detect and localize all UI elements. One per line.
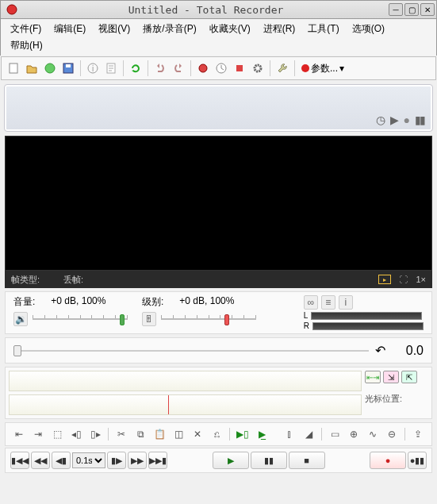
- volume-label: 音量:: [13, 295, 35, 309]
- svg-point-11: [255, 65, 261, 71]
- zoom-in-wave-button[interactable]: ⇲: [383, 371, 399, 383]
- right-channel-label: R: [304, 321, 309, 330]
- maximize-button[interactable]: ▢: [404, 3, 419, 16]
- skip-start-button[interactable]: ▮◀◀: [10, 452, 29, 469]
- step-select[interactable]: 0.1s: [72, 452, 105, 468]
- next-button[interactable]: ▶▶: [128, 452, 147, 469]
- gain-up-button[interactable]: ⊕: [345, 426, 362, 442]
- edit-toolbar: ⇤ ⇥ ⬚ ◂▯ ▯▸ ✂ ⧉ 📋 ◫ ✕ ⎌ ▶▯ ▶̲ ⫿ ◢ ▭ ⊕ ∿ …: [5, 422, 432, 446]
- play-selection-button[interactable]: ▶▯: [234, 426, 251, 442]
- mark-end-button[interactable]: ⇥: [29, 426, 47, 442]
- sel-left-button[interactable]: ◂▯: [67, 426, 85, 442]
- settings-gear-button[interactable]: [249, 60, 266, 77]
- menu-options[interactable]: 选项(O): [346, 21, 391, 37]
- pause-icon[interactable]: ▮▮: [415, 113, 424, 126]
- play-button[interactable]: ▶: [213, 452, 249, 469]
- mark-start-button[interactable]: ⇤: [10, 426, 28, 442]
- minimize-button[interactable]: ─: [389, 3, 403, 16]
- undo-button[interactable]: [151, 60, 169, 77]
- params-label: 参数...: [311, 62, 338, 75]
- titlebar: Untitled - Total Recorder ─ ▢ ✕: [0, 0, 437, 19]
- new-button[interactable]: [5, 60, 22, 77]
- waveform-lower[interactable]: [9, 394, 362, 415]
- crop-button[interactable]: ◫: [170, 426, 187, 442]
- link-channels-icon[interactable]: ∞: [304, 295, 318, 310]
- export-button[interactable]: ⇪: [409, 426, 427, 442]
- refresh-button[interactable]: [127, 60, 144, 77]
- effect-button[interactable]: ∿: [364, 426, 381, 442]
- record-pause-button[interactable]: ●▮▮: [408, 452, 427, 469]
- split-button[interactable]: ⎌: [208, 426, 225, 442]
- pause-button[interactable]: ▮▮: [251, 452, 287, 469]
- menu-tools[interactable]: 工具(T): [301, 21, 345, 37]
- close-button[interactable]: ✕: [420, 3, 435, 16]
- left-meter: [311, 312, 422, 320]
- info-button[interactable]: i: [84, 60, 102, 77]
- skip-end-button[interactable]: ▶▶▮: [148, 452, 167, 469]
- position-slider[interactable]: [13, 345, 369, 356]
- zoom-sel-button[interactable]: ⇤⇥: [365, 371, 381, 383]
- record-source-button[interactable]: [194, 60, 212, 77]
- play-icon[interactable]: ▶: [390, 113, 399, 126]
- normalize-button[interactable]: ⫿: [281, 426, 298, 442]
- params-button[interactable]: 参数... ▾: [298, 62, 347, 75]
- mixer-icon[interactable]: 🎚: [142, 312, 156, 326]
- app-icon: [4, 2, 20, 17]
- meter-info-icon[interactable]: i: [339, 295, 353, 310]
- meter-settings-icon[interactable]: ≡: [321, 295, 335, 310]
- fade-button[interactable]: ◢: [300, 426, 317, 442]
- undo-seek-icon[interactable]: ↶: [375, 343, 385, 358]
- window-title: Untitled - Total Recorder: [23, 4, 389, 16]
- redo-button[interactable]: [170, 60, 187, 77]
- clock-icon[interactable]: ◷: [376, 113, 385, 126]
- stop-button[interactable]: ■: [289, 452, 325, 469]
- copy-button[interactable]: ⧉: [132, 426, 149, 442]
- level-value: +0 dB, 100%: [179, 295, 234, 309]
- play-selection-end-button[interactable]: ▶̲: [253, 426, 270, 442]
- edit-page-button[interactable]: [102, 60, 120, 77]
- menu-file[interactable]: 文件(F): [4, 21, 48, 37]
- delete-button[interactable]: ✕: [189, 426, 206, 442]
- wrench-button[interactable]: [274, 60, 291, 77]
- save-button[interactable]: [59, 60, 77, 77]
- video-status-bar: 帧类型: 丢帧: ▸ ⛶ 1×: [5, 271, 432, 288]
- selection-tool-button[interactable]: ⬚: [48, 426, 66, 442]
- drop-frame-label: 丢帧:: [63, 274, 83, 286]
- menu-play-record[interactable]: 播放/录音(P): [136, 21, 202, 37]
- seek-panel: ↶ 0.0: [5, 337, 432, 364]
- menu-help[interactable]: 帮助(H): [4, 37, 433, 54]
- waveform-panel: ⇤⇥ ⇲ ⇱ 光标位置:: [5, 367, 432, 419]
- save-green-button[interactable]: [41, 60, 59, 77]
- stop-process-button[interactable]: [231, 60, 248, 77]
- menu-view[interactable]: 视图(V): [92, 21, 136, 37]
- record-indicator-icon[interactable]: ●: [404, 113, 410, 126]
- svg-point-0: [7, 5, 17, 14]
- waveform-upper[interactable]: [9, 371, 362, 391]
- open-button[interactable]: [23, 60, 40, 77]
- clock-button[interactable]: [213, 60, 230, 77]
- left-channel-label: L: [304, 311, 309, 320]
- menu-process[interactable]: 进程(R): [257, 21, 302, 37]
- record-dot-icon: [301, 64, 309, 72]
- menu-favorites[interactable]: 收藏夹(V): [203, 21, 257, 37]
- speaker-icon[interactable]: 🔉: [13, 312, 28, 326]
- level-slider[interactable]: [161, 313, 256, 325]
- zoom-value[interactable]: 1×: [416, 275, 426, 284]
- gain-down-button[interactable]: ⊖: [383, 426, 401, 442]
- record-button[interactable]: ●: [370, 452, 406, 469]
- insert-silence-button[interactable]: ▭: [326, 426, 343, 442]
- step-fwd-button[interactable]: ▮▶: [107, 452, 126, 469]
- fullscreen-icon[interactable]: ⛶: [399, 275, 408, 284]
- sel-right-button[interactable]: ▯▸: [86, 426, 104, 442]
- cut-button[interactable]: ✂: [113, 426, 130, 442]
- zoom-out-wave-button[interactable]: ⇱: [401, 371, 417, 383]
- volume-slider[interactable]: [33, 313, 128, 325]
- menubar: 文件(F) 编辑(E) 视图(V) 播放/录音(P) 收藏夹(V) 进程(R) …: [0, 19, 437, 56]
- menu-edit[interactable]: 编辑(E): [48, 21, 92, 37]
- camera-icon[interactable]: ▸: [378, 275, 391, 284]
- position-value: 0.0: [392, 344, 424, 358]
- prev-button[interactable]: ◀◀: [31, 452, 50, 469]
- svg-rect-4: [66, 64, 71, 67]
- step-back-button[interactable]: ◀▮: [52, 452, 71, 469]
- paste-button[interactable]: 📋: [151, 426, 168, 442]
